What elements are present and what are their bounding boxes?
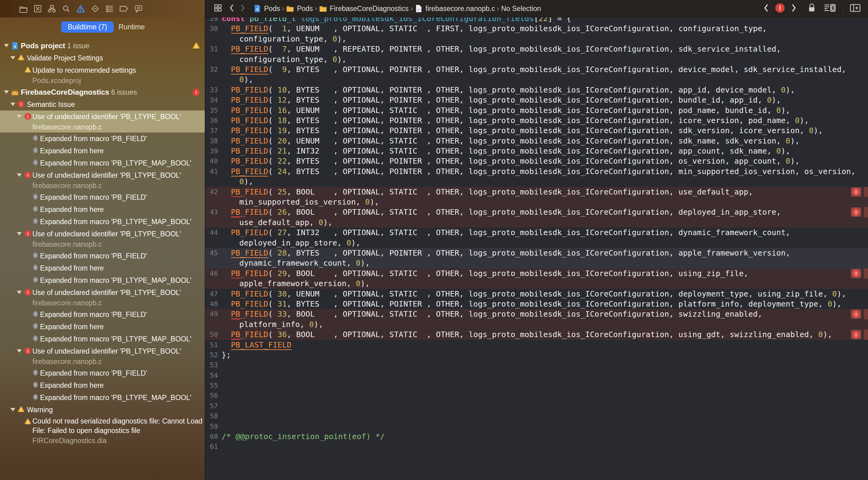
error-badge-icon[interactable]: ! [775, 3, 785, 14]
inline-error-badge[interactable]: ! [851, 207, 861, 217]
code-line[interactable]: 48 PB_FIELD( 31, BYTES , OPTIONAL, POINT… [205, 299, 868, 309]
breadcrumb-item[interactable]: APods [253, 5, 280, 13]
forward-chevron-icon[interactable] [239, 4, 246, 13]
code-line[interactable]: 60/* @@protoc_insertion_point(eof) */ [205, 432, 868, 442]
code-line[interactable]: apple_framework_version, 0), [205, 278, 868, 288]
navigator-project-icon[interactable] [19, 5, 28, 13]
issue-expansion-row[interactable]: !Expanded from macro 'PB_FIELD' [0, 367, 205, 379]
issue-row[interactable]: !Semantic Issue [0, 98, 205, 110]
issue-expansion-row[interactable]: !Expanded from here [0, 145, 205, 157]
navigator-issues-icon[interactable] [76, 5, 85, 13]
issue-expansion-row[interactable]: !Expanded from macro 'PB_LTYPE_MAP_BOOL' [0, 391, 205, 404]
code-line[interactable]: 53 [205, 360, 868, 370]
code-line[interactable]: 50 PB_FIELD( 36, BOOL , OPTIONAL, STATIC… [205, 330, 868, 340]
breadcrumb-item[interactable]: Pods [286, 5, 313, 13]
code-line[interactable]: 47 PB_FIELD( 30, UENUM , OPTIONAL, STATI… [205, 289, 868, 299]
code-line[interactable]: 55 [205, 380, 868, 390]
code-line[interactable]: 0), [205, 176, 868, 186]
code-line[interactable]: 45 PB_FIELD( 28, BYTES , OPTIONAL, POINT… [205, 248, 868, 258]
disclosure-triangle-icon[interactable] [10, 56, 15, 60]
issue-expansion-row[interactable]: !Expanded from macro 'PB_FIELD' [0, 308, 205, 320]
disclosure-triangle-icon[interactable] [4, 44, 9, 47]
issue-row[interactable]: !Warning [0, 404, 205, 416]
code-line[interactable]: configuration_type, 0), [205, 34, 868, 44]
issue-expansion-row[interactable]: !Expanded from here [0, 379, 205, 391]
issue-back-chevron-icon[interactable] [763, 4, 770, 13]
disclosure-triangle-icon[interactable] [17, 173, 22, 177]
issue-row[interactable]: FirebaseCoreDiagnostics 6 issues! [0, 86, 205, 98]
code-line[interactable]: 42 PB_FIELD( 25, BOOL , OPTIONAL, STATIC… [205, 187, 868, 197]
issue-expansion-row[interactable]: !Expanded from macro 'PB_FIELD' [0, 133, 205, 145]
inline-error-badge[interactable]: ! [851, 187, 861, 197]
navigator-debug-icon[interactable] [105, 5, 114, 13]
issue-expansion-row[interactable]: !Expanded from here [0, 262, 205, 274]
issue-forward-chevron-icon[interactable] [790, 4, 797, 13]
issue-row[interactable]: APods project 1 issue! [0, 40, 205, 52]
issue-row[interactable]: !Update to recommended settingsPods.xcod… [0, 64, 205, 86]
code-line[interactable]: 37 PB_FIELD( 19, BYTES , OPTIONAL, POINT… [205, 126, 868, 136]
issue-expansion-row[interactable]: !Expanded from macro 'PB_FIELD' [0, 191, 205, 203]
disclosure-triangle-icon[interactable] [17, 232, 22, 235]
disclosure-triangle-icon[interactable] [17, 291, 22, 294]
code-line[interactable]: min_supported_ios_version, 0), [205, 197, 868, 207]
code-line[interactable]: 46 PB_FIELD( 29, BOOL , OPTIONAL, STATIC… [205, 268, 868, 278]
code-line[interactable]: 56 [205, 390, 868, 401]
disclosure-triangle-icon[interactable] [17, 115, 22, 118]
code-area[interactable]: 29const pb_field_t logs_proto_mobilesdk_… [205, 18, 868, 452]
breadcrumb-item[interactable]: No Selection [501, 5, 541, 13]
issue-row[interactable]: !Use of undeclared identifier 'PB_LTYPE_… [0, 345, 205, 367]
code-line[interactable]: 29const pb_field_t logs_proto_mobilesdk_… [205, 18, 868, 24]
issue-row[interactable]: !Validate Project Settings [0, 52, 205, 64]
code-line[interactable]: 40 PB_FIELD( 22, BYTES , OPTIONAL, POINT… [205, 156, 868, 166]
issue-expansion-row[interactable]: !Expanded from macro 'PB_LTYPE_MAP_BOOL' [0, 215, 205, 228]
code-line[interactable]: 34 PB_FIELD( 12, BYTES , OPTIONAL, POINT… [205, 95, 868, 105]
code-line[interactable]: 33 PB_FIELD( 10, BYTES , OPTIONAL, POINT… [205, 85, 868, 95]
navigator-source-control-icon[interactable] [34, 5, 42, 13]
code-line[interactable]: 51 PB_LAST_FIELD [205, 340, 868, 350]
issue-row[interactable]: !Use of undeclared identifier 'PB_LTYPE_… [0, 286, 205, 308]
code-line[interactable]: 58 [205, 411, 868, 421]
related-items-grid-icon[interactable] [214, 4, 222, 13]
code-line[interactable]: 31 PB_FIELD( 7, UENUM , REPEATED, POINTE… [205, 44, 868, 54]
code-line[interactable]: 36 PB_FIELD( 18, BYTES , OPTIONAL, POINT… [205, 115, 868, 126]
code-line[interactable]: use_default_app, 0), [205, 217, 868, 228]
breadcrumb-item[interactable]: cfirebasecore.nanopb.c [415, 5, 495, 13]
inline-error-badge[interactable]: ! [851, 269, 861, 278]
code-line[interactable]: platform_info, 0), [205, 319, 868, 330]
code-line[interactable]: 52}; [205, 350, 868, 360]
inline-error-badge[interactable]: ! [851, 309, 861, 319]
issue-expansion-row[interactable]: !Expanded from macro 'PB_LTYPE_MAP_BOOL' [0, 333, 205, 345]
navigator-find-icon[interactable] [62, 5, 70, 13]
tab-buildtime[interactable]: Buildtime (7) [61, 21, 114, 33]
tab-runtime[interactable]: Runtime [119, 21, 145, 33]
code-line[interactable]: 41 PB_FIELD( 24, BYTES , OPTIONAL, POINT… [205, 166, 868, 176]
code-line[interactable]: deployed_in_app_store, 0), [205, 238, 868, 248]
code-line[interactable]: 44 PB_FIELD( 27, INT32 , OPTIONAL, STATI… [205, 228, 868, 238]
issue-row[interactable]: !Use of undeclared identifier 'PB_LTYPE_… [0, 169, 205, 191]
disclosure-triangle-icon[interactable] [10, 408, 15, 411]
inline-error-badge[interactable]: ! [851, 330, 861, 339]
code-line[interactable]: configuration_type, 0), [205, 54, 868, 64]
disclosure-triangle-icon[interactable] [10, 103, 15, 106]
code-line[interactable]: 32 PB_FIELD( 9, BYTES , OPTIONAL, POINTE… [205, 64, 868, 74]
issue-expansion-row[interactable]: !Expanded from macro 'PB_LTYPE_MAP_BOOL' [0, 274, 205, 286]
disclosure-triangle-icon[interactable] [4, 91, 9, 94]
issue-row[interactable]: !Use of undeclared identifier 'PB_LTYPE_… [0, 110, 205, 133]
code-line[interactable]: 39 PB_FIELD( 21, INT32 , OPTIONAL, STATI… [205, 146, 868, 156]
issue-row[interactable]: !Use of undeclared identifier 'PB_LTYPE_… [0, 228, 205, 250]
issue-expansion-row[interactable]: !Expanded from here [0, 320, 205, 333]
code-line[interactable]: 57 [205, 401, 868, 411]
code-line[interactable]: 49 PB_FIELD( 33, BOOL , OPTIONAL, STATIC… [205, 309, 868, 319]
breadcrumb-item[interactable]: FirebaseCoreDiagnostics [319, 5, 409, 13]
code-line[interactable]: 61 [205, 442, 868, 452]
navigator-breakpoints-icon[interactable] [120, 5, 128, 12]
code-line[interactable]: 54 [205, 370, 868, 380]
code-line[interactable]: dynamic_framework_count, 0), [205, 258, 868, 268]
code-line[interactable]: 43 PB_FIELD( 26, BOOL , OPTIONAL, STATIC… [205, 207, 868, 217]
code-line[interactable]: 59 [205, 421, 868, 432]
code-line[interactable]: 30 PB_FIELD( 1, UENUM , OPTIONAL, STATIC… [205, 24, 868, 34]
navigator-tests-icon[interactable] [91, 5, 99, 13]
issue-expansion-row[interactable]: !Expanded from here [0, 203, 205, 215]
disclosure-triangle-icon[interactable] [17, 349, 22, 353]
code-line[interactable]: 0), [205, 74, 868, 84]
